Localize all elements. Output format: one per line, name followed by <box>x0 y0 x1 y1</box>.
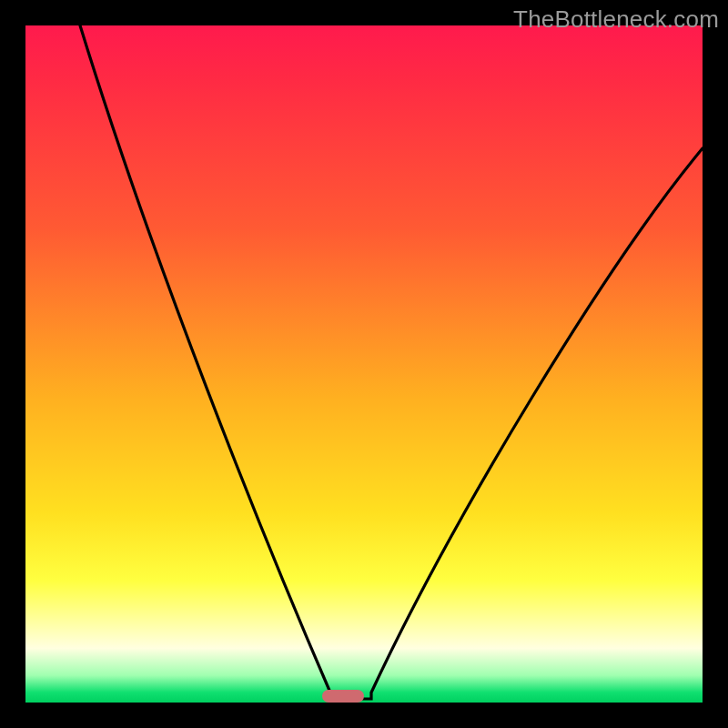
optimal-marker <box>322 690 364 703</box>
curve-path <box>80 25 703 699</box>
plot-area <box>25 25 703 703</box>
watermark-text: TheBottleneck.com <box>513 5 719 34</box>
bottleneck-curve <box>25 25 703 703</box>
chart-frame: TheBottleneck.com <box>0 0 728 728</box>
